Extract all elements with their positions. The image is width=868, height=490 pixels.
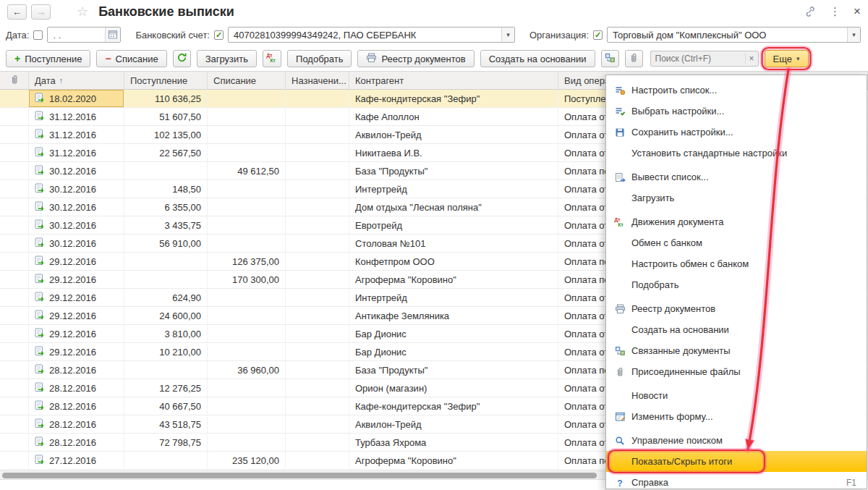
menu-item[interactable]: ? Справка F1: [606, 472, 867, 489]
receipt-cell[interactable]: 40 667,50: [124, 397, 208, 415]
date-cell[interactable]: 29.12.2016: [29, 325, 124, 342]
purpose-cell[interactable]: [286, 144, 349, 161]
purpose-cell[interactable]: [286, 180, 349, 198]
column-header-receipt[interactable]: Поступление: [124, 72, 208, 89]
date-input[interactable]: . .: [47, 27, 121, 43]
date-cell[interactable]: 28.12.2016: [29, 434, 124, 451]
date-cell[interactable]: 29.12.2016: [29, 289, 124, 306]
receipt-cell[interactable]: 3 435,75: [124, 216, 208, 234]
column-header-attach[interactable]: [0, 72, 29, 89]
pick-button[interactable]: Подобрать: [287, 50, 352, 67]
counterparty-cell[interactable]: Аквилон-Трейд: [349, 415, 558, 433]
writeoff-cell[interactable]: [208, 235, 286, 252]
counterparty-cell[interactable]: Турбаза Яхрома: [349, 434, 558, 451]
counterparty-cell[interactable]: Агроферма "Коровино": [349, 271, 558, 288]
receipt-cell[interactable]: 72 798,75: [124, 434, 208, 451]
writeoff-cell[interactable]: 49 612,50: [208, 162, 286, 179]
counterparty-cell[interactable]: Дом отдыха "Лесная поляна": [349, 198, 558, 216]
close-icon[interactable]: [854, 4, 861, 19]
date-cell[interactable]: 30.12.2016: [29, 198, 124, 216]
receipt-cell[interactable]: 110 636,25: [124, 90, 208, 107]
purpose-cell[interactable]: [286, 415, 349, 433]
writeoff-cell[interactable]: [208, 216, 286, 234]
date-cell[interactable]: 30.12.2016: [29, 162, 124, 179]
writeoff-cell[interactable]: [208, 108, 286, 125]
org-select[interactable]: Торговый дом "Комплексный" ООО: [607, 27, 861, 43]
receipt-cell[interactable]: 102 135,00: [124, 126, 208, 143]
counterparty-cell[interactable]: Кафе-кондитерская "Зефир": [349, 90, 558, 107]
date-cell[interactable]: 28.12.2016: [29, 361, 124, 379]
purpose-cell[interactable]: [286, 379, 349, 397]
more-button[interactable]: Еще: [765, 50, 809, 67]
menu-item[interactable]: Загрузить: [606, 187, 867, 208]
favorite-star-icon[interactable]: [77, 4, 88, 20]
writeoff-cell[interactable]: [208, 307, 286, 324]
purpose-cell[interactable]: [286, 198, 349, 216]
menu-item[interactable]: Связанные документы: [606, 340, 867, 361]
column-header-date[interactable]: Дата: [29, 72, 124, 89]
search-input[interactable]: [651, 54, 745, 64]
menu-item[interactable]: Управление поиском: [606, 430, 867, 451]
receipt-cell[interactable]: [124, 253, 208, 270]
purpose-cell[interactable]: [286, 361, 349, 379]
writeoff-cell[interactable]: [208, 415, 286, 433]
account-dropdown-button[interactable]: [501, 28, 514, 42]
column-header-purpose[interactable]: Назначени...: [286, 72, 349, 89]
writeoff-cell[interactable]: [208, 397, 286, 415]
receipt-cell[interactable]: 43 518,75: [124, 415, 208, 433]
purpose-cell[interactable]: [286, 162, 349, 179]
receipt-cell[interactable]: [124, 271, 208, 288]
back-button[interactable]: [7, 4, 27, 20]
counterparty-cell[interactable]: Кафе Аполлон: [349, 108, 558, 125]
menu-item[interactable]: Подобрать: [606, 274, 867, 295]
org-dropdown-button[interactable]: [847, 28, 860, 42]
forward-button[interactable]: [31, 4, 51, 20]
receipt-cell[interactable]: 10 210,00: [124, 343, 208, 360]
writeoff-cell[interactable]: [208, 90, 286, 107]
writeoff-cell[interactable]: 36 960,00: [208, 361, 286, 379]
purpose-cell[interactable]: [286, 126, 349, 143]
purpose-cell[interactable]: [286, 307, 349, 324]
scrollbar-thumb[interactable]: [2, 473, 597, 478]
counterparty-cell[interactable]: Евротрейд: [349, 216, 558, 234]
date-filter-checkbox[interactable]: [33, 30, 43, 40]
writeoff-cell[interactable]: [208, 325, 286, 342]
purpose-cell[interactable]: [286, 216, 349, 234]
attached-files-button[interactable]: [625, 50, 643, 67]
purpose-cell[interactable]: [286, 253, 349, 270]
counterparty-cell[interactable]: База "Продукты": [349, 162, 558, 179]
purpose-cell[interactable]: [286, 271, 349, 288]
column-header-counterparty[interactable]: Контрагент: [349, 72, 558, 89]
search-clear-icon[interactable]: [745, 54, 758, 64]
receipt-cell[interactable]: 6 355,00: [124, 198, 208, 216]
menu-item[interactable]: Реестр документов: [606, 298, 867, 319]
purpose-cell[interactable]: [286, 397, 349, 415]
writeoff-cell[interactable]: 235 120,00: [208, 452, 286, 469]
purpose-cell[interactable]: [286, 452, 349, 469]
receipt-button[interactable]: Поступление: [6, 50, 90, 67]
menu-item[interactable]: Настроить обмен с банком: [606, 253, 867, 274]
date-cell[interactable]: 31.12.2016: [29, 126, 124, 143]
counterparty-cell[interactable]: Бар Дионис: [349, 325, 558, 342]
load-button[interactable]: Загрузить: [197, 50, 257, 67]
menu-item[interactable]: Сохранить настройки...: [606, 122, 867, 143]
counterparty-cell[interactable]: Столовая №101: [349, 235, 558, 252]
menu-item[interactable]: ДтКт Движения документа: [606, 211, 867, 232]
date-cell[interactable]: 28.12.2016: [29, 397, 124, 415]
writeoff-cell[interactable]: 170 300,00: [208, 271, 286, 288]
receipt-cell[interactable]: 22 567,50: [124, 144, 208, 161]
writeoff-cell[interactable]: [208, 434, 286, 451]
receipt-cell[interactable]: [124, 452, 208, 469]
date-cell[interactable]: 29.12.2016: [29, 307, 124, 324]
writeoff-cell[interactable]: [208, 180, 286, 198]
purpose-cell[interactable]: [286, 343, 349, 360]
purpose-cell[interactable]: [286, 108, 349, 125]
writeoff-cell[interactable]: [208, 289, 286, 306]
kebab-menu-icon[interactable]: [830, 5, 841, 18]
date-cell[interactable]: 29.12.2016: [29, 253, 124, 270]
counterparty-cell[interactable]: Интертрейд: [349, 289, 558, 306]
receipt-cell[interactable]: 56 910,00: [124, 235, 208, 252]
date-cell[interactable]: 29.12.2016: [29, 343, 124, 360]
receipt-cell[interactable]: 12 276,25: [124, 379, 208, 397]
writeoff-cell[interactable]: 126 375,00: [208, 253, 286, 270]
